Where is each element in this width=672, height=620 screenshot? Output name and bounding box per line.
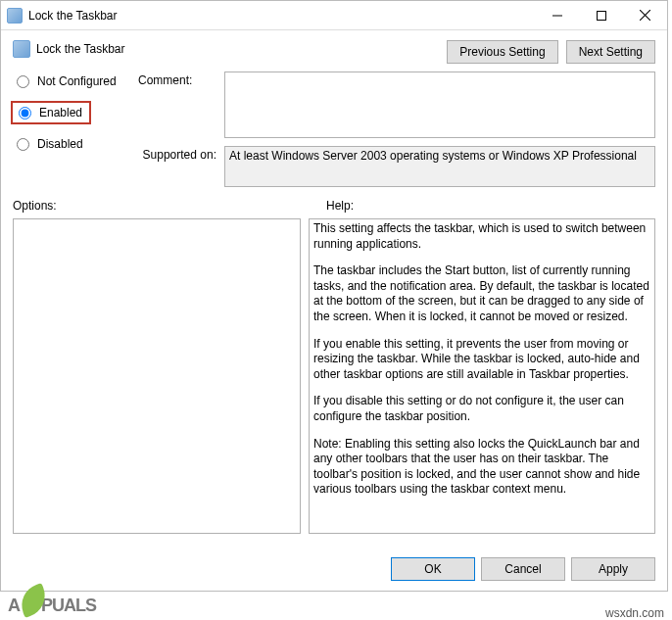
radio-not-configured-label: Not Configured <box>37 74 117 88</box>
comment-textbox[interactable] <box>224 72 655 138</box>
apply-button[interactable]: Apply <box>571 557 655 581</box>
header-row: Lock the Taskbar Previous Setting Next S… <box>1 30 667 72</box>
next-setting-button[interactable]: Next Setting <box>566 40 655 64</box>
close-icon <box>640 10 650 21</box>
help-textbox[interactable]: This setting affects the taskbar, which … <box>309 218 655 534</box>
supported-on-textbox: At least Windows Server 2003 operating s… <box>224 146 655 187</box>
watermark-letter-a: A <box>8 596 20 616</box>
minimize-icon <box>552 11 562 21</box>
radio-disabled-input[interactable] <box>17 138 29 151</box>
previous-setting-button[interactable]: Previous Setting <box>447 40 557 64</box>
enabled-highlight: Enabled <box>11 101 91 124</box>
radio-disabled-label: Disabled <box>37 137 83 151</box>
gpo-setting-window: Lock the Taskbar Lock the Taskbar Previo… <box>0 0 668 592</box>
options-listbox[interactable] <box>13 218 301 534</box>
minimize-button[interactable] <box>535 1 579 29</box>
help-paragraph: This setting affects the taskbar, which … <box>313 221 650 252</box>
radio-not-configured-input[interactable] <box>17 75 29 88</box>
footer-buttons: OK Cancel Apply <box>391 557 655 581</box>
app-icon <box>7 8 23 24</box>
supported-label: Supported on: <box>138 146 216 187</box>
watermark-rest: PUALS <box>41 596 96 616</box>
radio-enabled-label: Enabled <box>39 106 82 119</box>
radio-enabled-input[interactable] <box>19 107 31 119</box>
watermark-logo: A PUALS <box>8 589 96 616</box>
supported-value: At least Windows Server 2003 operating s… <box>229 149 637 163</box>
close-button[interactable] <box>623 1 667 29</box>
ok-button[interactable]: OK <box>391 557 475 581</box>
radio-not-configured[interactable]: Not Configured <box>13 73 130 89</box>
cancel-button[interactable]: Cancel <box>481 557 565 581</box>
help-paragraph: If you disable this setting or do not co… <box>313 394 650 424</box>
help-paragraph: Note: Enabling this setting also locks t… <box>313 437 650 498</box>
radio-enabled[interactable]: Enabled <box>15 105 87 120</box>
maximize-icon <box>597 11 606 21</box>
comment-label: Comment: <box>138 72 216 138</box>
maximize-button[interactable] <box>579 1 623 29</box>
policy-title: Lock the Taskbar <box>36 40 447 56</box>
policy-icon <box>13 40 30 58</box>
state-radio-group: Not Configured Enabled Disabled <box>13 72 130 187</box>
help-label: Help: <box>326 199 354 213</box>
upper-grid: Not Configured Enabled Disabled Comment:… <box>1 72 667 187</box>
radio-disabled[interactable]: Disabled <box>13 136 130 152</box>
window-title: Lock the Taskbar <box>28 9 535 23</box>
options-label: Options: <box>13 199 318 213</box>
titlebar: Lock the Taskbar <box>1 1 667 30</box>
watermark-site: wsxdn.com <box>605 606 664 620</box>
help-paragraph: If you enable this setting, it prevents … <box>313 337 650 383</box>
lower-labels: Options: Help: <box>1 187 667 216</box>
lower-row: This setting affects the taskbar, which … <box>1 216 667 534</box>
svg-rect-1 <box>597 11 605 20</box>
help-paragraph: The taskbar includes the Start button, l… <box>313 263 650 324</box>
